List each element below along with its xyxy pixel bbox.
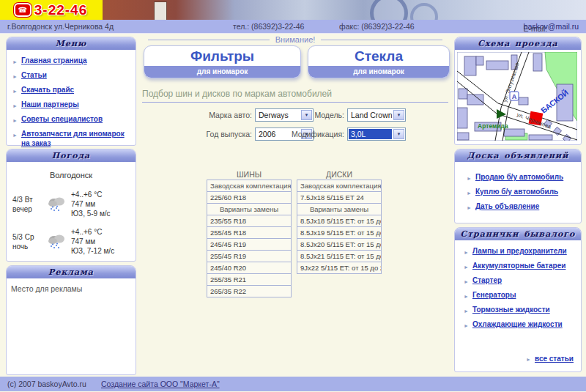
glass-promo-title: Стекла <box>308 46 449 66</box>
filters-promo-title: Фильтры <box>144 46 300 66</box>
fax-text: факс: (86392)3-22-46 <box>339 22 415 31</box>
sidebar-menu-item[interactable]: ► Автозапчасти для иномарок на заказ <box>11 129 131 148</box>
tips-item[interactable]: ► Аккумуляторные батареи <box>462 261 576 272</box>
board-link[interactable]: Куплю б/у автомобиль <box>475 187 558 196</box>
table-row: 8.5Jx20 5/115 ET: от 15 до 22 <box>297 238 382 251</box>
table-row: 235/55 R18 <box>207 215 292 227</box>
tips-item[interactable]: ► Генераторы <box>462 290 576 301</box>
board-panel: Доска объявлений ► Продаю б/у автомобиль… <box>454 149 582 223</box>
map-panel: Схема проезда <box>454 37 582 145</box>
phone-number: 3-22-46 <box>34 2 88 18</box>
arrow-icon: ► <box>12 101 18 111</box>
arrow-icon: ► <box>467 174 472 183</box>
arrow-icon: ► <box>12 116 18 125</box>
tips-link[interactable]: Тормозные жидкости <box>472 305 550 314</box>
board-link[interactable]: Продаю б/у автомобиль <box>475 172 563 182</box>
all-articles-item[interactable]: ► все статьи <box>524 355 574 363</box>
arrow-icon: ► <box>12 57 18 67</box>
sidebar-menu-link[interactable]: Советы специалистов <box>21 114 103 124</box>
address-text: г.Волгодонск ул.Черникова 4д <box>7 22 114 31</box>
adv-placeholder-text: Место для рекламы <box>11 284 131 293</box>
tips-link[interactable]: Стартер <box>472 275 502 285</box>
tips-link[interactable]: Генераторы <box>472 290 516 300</box>
email-label: E-mail: <box>524 24 548 33</box>
arrow-icon: ► <box>464 277 469 286</box>
attention-label: Внимание! <box>275 35 316 44</box>
tips-list: ► Лампы и предохранители ► Аккумуляторны… <box>455 240 581 340</box>
dropdown-arrow-icon[interactable]: ▼ <box>393 110 404 120</box>
tips-link[interactable]: Лампы и предохранители <box>472 246 567 256</box>
phone-icon: ☎ <box>15 4 30 15</box>
all-articles-link[interactable]: все статьи <box>535 355 574 363</box>
sidebar-menu-link[interactable]: Главная страница <box>21 56 87 65</box>
weather-city: Волгодонск <box>11 171 131 180</box>
weather-panel-title: Погода <box>7 149 136 162</box>
banner-photo-detail <box>154 1 167 21</box>
sidebar-menu-link[interactable]: Наши партнеры <box>21 100 79 109</box>
footer-bar: (c) 2007 baskoyAvto.ru Создание сайта ОО… <box>0 377 586 391</box>
board-item[interactable]: ► Дать объявление <box>465 201 576 212</box>
sidebar-menu-item[interactable]: ► Наши партнеры <box>11 100 131 111</box>
dropdown-arrow-icon[interactable]: ▼ <box>393 129 404 139</box>
table-row: 7.5Jx18 5/115 ET 24 <box>297 191 382 204</box>
sidebar-menu-link[interactable]: Скачать прайс <box>21 85 74 95</box>
weather-wind: ЮЗ, 7-12 м/с <box>71 246 114 256</box>
board-item[interactable]: ► Продаю б/у автомобиль <box>465 172 576 183</box>
adv-panel: Реклама Место для рекламы <box>6 265 136 375</box>
email-block: E-mail: baskov@mail.ru <box>524 22 579 31</box>
table-row: 255/35 R21 <box>207 273 292 286</box>
weather-pressure: 747 мм <box>71 199 111 209</box>
table-row: 245/40 R20 <box>207 262 292 274</box>
weather-temp: +4..+6 °C <box>71 227 114 237</box>
tips-link[interactable]: Охлаждающие жидкости <box>472 319 563 329</box>
tires-table-title: ШИНЫ <box>207 170 292 179</box>
tires-table: Заводская комплектация225/60 R18Варианты… <box>207 180 292 297</box>
arrow-icon: ► <box>464 292 469 301</box>
table-row: Заводская комплектация <box>207 180 292 192</box>
arrow-icon: ► <box>467 203 472 212</box>
section-heading: Подбор шин и дисков по маркам автомобиле… <box>142 89 448 103</box>
tips-item[interactable]: ► Тормозные жидкости <box>462 305 576 316</box>
model-select[interactable]: Land Crown ▼ <box>347 108 406 122</box>
sidebar-menu-link[interactable]: Статьи <box>21 70 47 80</box>
tips-item[interactable]: ► Стартер <box>462 275 576 286</box>
arrow-icon: ► <box>464 321 469 330</box>
weather-row: 5/3 Ср ночь <box>12 227 131 256</box>
board-link[interactable]: Дать объявление <box>475 201 539 211</box>
board-item[interactable]: ► Куплю б/у автомобиль <box>465 187 576 198</box>
sidebar-menu-item[interactable]: ► Советы специалистов <box>11 114 131 125</box>
map-image: А ул. Энтузиастов ул. Черникова БАСКОЙ А… <box>455 50 581 146</box>
arrow-icon: ► <box>464 248 469 257</box>
tips-panel: Странички бывалого ► Лампы и предохранит… <box>454 227 582 372</box>
header-photo-banner: ☎ 3-22-46 <box>0 0 586 20</box>
modification-select[interactable]: 3,0L ▼ <box>347 127 406 141</box>
bus-stop-label: А <box>512 93 517 100</box>
menu-panel-title: Меню <box>7 37 136 50</box>
table-row: 265/35 R22 <box>207 285 292 297</box>
sidebar-menu-item[interactable]: ► Скачать прайс <box>11 85 131 96</box>
sidebar-menu-item[interactable]: ► Статьи <box>11 70 131 81</box>
map-panel-title: Схема проезда <box>455 37 581 50</box>
modification-label: Модификация: <box>289 130 344 138</box>
tips-link[interactable]: Аккумуляторные батареи <box>472 261 565 270</box>
rain-cloud-icon <box>46 232 68 251</box>
table-row: 255/45 R18 <box>207 226 292 239</box>
site-credit-link[interactable]: Создание сайта ООО "Маркет-А" <box>101 380 220 388</box>
site-credit: Создание сайта ООО "Маркет-А" <box>101 380 220 388</box>
table-row: 8.5Jx18 5/115 ET: от 15 до 22 <box>297 215 382 227</box>
attention-divider: Внимание! <box>142 35 448 44</box>
arrow-icon: ► <box>464 262 469 272</box>
arrow-icon: ► <box>12 72 18 81</box>
glass-promo-button[interactable]: Стекла для иномарок <box>308 45 450 78</box>
disks-table: Заводская комплектация7.5Jx18 5/115 ET 2… <box>297 180 382 274</box>
filters-promo-button[interactable]: Фильтры для иномарок <box>144 45 301 78</box>
copyright-text: (c) 2007 baskoyAvto.ru <box>7 380 86 388</box>
sidebar-menu-link[interactable]: Автозапчасти для иномарок на заказ <box>21 129 131 148</box>
model-select-value: Land Crown <box>349 110 392 120</box>
board-panel-title: Доска объявлений <box>455 149 581 162</box>
sidebar-menu-item[interactable]: ► Главная страница <box>11 56 131 67</box>
weather-time: вечер <box>12 204 46 214</box>
arrow-icon: ► <box>12 130 18 140</box>
tips-item[interactable]: ► Лампы и предохранители <box>462 246 576 257</box>
tips-item[interactable]: ► Охлаждающие жидкости <box>462 319 576 330</box>
